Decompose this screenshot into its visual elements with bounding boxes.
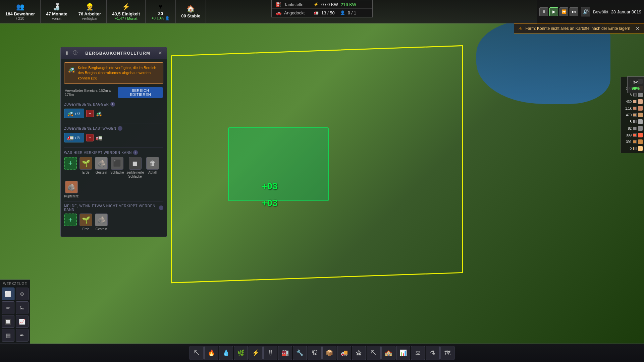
alert-info-icon[interactable]: i: [159, 205, 163, 210]
dump-items-grid-2: 🪨 Kupfererz: [64, 181, 163, 198]
add-dump-item-button[interactable]: +: [64, 157, 77, 170]
sound-button[interactable]: 🔊: [581, 7, 590, 16]
toolbar-road[interactable]: 🛣: [352, 346, 366, 360]
trucks-info-icon[interactable]: i: [118, 126, 122, 131]
toolbar-mine[interactable]: ⛏: [367, 346, 381, 360]
dump-item-gestein[interactable]: 🪨 Gestein: [95, 157, 108, 179]
truck-assign-button[interactable]: 🚛 / 5: [64, 133, 84, 142]
add-alert-item-button[interactable]: +: [64, 214, 77, 226]
mining-panel-body: 🚜 Keine Bergbaugebiete verfügbar, die im…: [61, 59, 167, 237]
angedockt-label: Angedockt: [284, 10, 311, 15]
excavators-info-icon[interactable]: i: [110, 102, 115, 107]
toolbar-school[interactable]: 🏫: [381, 346, 395, 360]
area-text: Verwalteter Bereich: 152m x 176m: [65, 88, 118, 97]
panel-info-button[interactable]: ⓘ: [72, 50, 78, 56]
tool-select-box[interactable]: ⬜: [2, 288, 14, 300]
toolbar-water[interactable]: 💧: [219, 346, 233, 360]
gestein-icon: 🪨: [95, 157, 108, 170]
toolbar-barrel[interactable]: 🛢: [263, 346, 277, 360]
toolbar-building[interactable]: 🏗: [308, 346, 322, 360]
truck-assignment-row: 🚛 / 5 − 🚛: [64, 133, 163, 142]
copper-ore-icon: [638, 106, 643, 111]
toolbar-plant[interactable]: 🌿: [234, 346, 248, 360]
notification-text: Farm: Konnte nicht alles an Kartoffel na…: [525, 26, 630, 31]
ultra-fast-button[interactable]: ⏭: [570, 7, 578, 16]
notification-close-button[interactable]: ✕: [636, 26, 640, 31]
tool-move[interactable]: ✥: [16, 288, 29, 300]
abfall-label: Abfall: [148, 171, 157, 175]
stone-icon: [638, 93, 643, 97]
panel-pause-button[interactable]: ⏸: [64, 50, 70, 56]
tool-layers[interactable]: ▤: [2, 329, 14, 342]
dump-item-schlacke[interactable]: ⬛ Schlacke: [110, 157, 124, 179]
toolbar-fire[interactable]: 🔥: [204, 346, 218, 360]
unity-change: +1,47 / Monat: [115, 16, 138, 20]
tool-stamp[interactable]: 🗂: [16, 301, 29, 314]
alert-section-label: MELDE, WENN ETWAS NICHT VERKIPPT WERDEN …: [64, 204, 163, 212]
months-sub: vorrat: [52, 16, 61, 20]
stability-change: +0,10% 👤: [151, 16, 170, 20]
dump-items-grid: + 🌱 Erde 🪨 Gestein ⬛ Schlacke ◼ zerklein…: [64, 157, 163, 179]
tool-select2[interactable]: 🔲: [2, 315, 14, 328]
dock-icon: 🚗: [276, 10, 281, 15]
excavator-minus-button[interactable]: −: [86, 110, 94, 117]
schlacke-icon: ⬛: [111, 157, 123, 170]
res-bar-planks: [633, 140, 637, 143]
res-bar-fire: [633, 133, 637, 137]
erde-icon: 🌱: [79, 157, 92, 170]
edit-area-button[interactable]: ✂ 99%: [627, 76, 644, 93]
toolbar-map[interactable]: 🗺: [440, 346, 454, 360]
play-button[interactable]: ▶: [549, 7, 558, 16]
res-row-sand: 430: [621, 99, 644, 105]
dump-info-icon[interactable]: i: [133, 150, 138, 155]
stable-icon: 🏠: [186, 5, 195, 13]
lightning-icon: ⚡: [314, 2, 319, 7]
power-cap: 216 KW: [341, 2, 356, 7]
res-count-copper: 470: [622, 113, 632, 117]
toolbar-balance[interactable]: ⚖: [411, 346, 425, 360]
toolbar-flask[interactable]: ⚗: [426, 346, 440, 360]
toolbar-wrench[interactable]: 🔧: [293, 346, 307, 360]
tool-pen[interactable]: ✏: [2, 301, 14, 314]
tankstelle-row: ⛽ Tankstelle ⚡ 0 / 0 KW 216 KW: [272, 0, 372, 9]
dump-item-kupfererz[interactable]: 🪨 Kupfererz: [64, 181, 78, 198]
planks-icon: [638, 139, 643, 144]
divider-1: [64, 123, 163, 123]
alert-item-erde[interactable]: 🌱 Erde: [79, 214, 92, 231]
alert-item-gestein[interactable]: 🪨 Gestein: [95, 214, 108, 231]
population-icon: 👥: [16, 3, 24, 11]
truck-assign-icon: 🚛: [67, 134, 74, 141]
res-bar-gear: [633, 120, 637, 123]
fast-forward-button[interactable]: ⏩: [559, 7, 568, 16]
notification-bar: ⚠ Farm: Konnte nicht alles an Kartoffel …: [514, 23, 644, 34]
alert-erde-label: Erde: [82, 227, 89, 231]
toolbar-storage[interactable]: 📦: [322, 346, 336, 360]
warning-text: Keine Bergbaugebiete verfügbar, die im B…: [78, 65, 160, 81]
toolbar-truck[interactable]: 🚚: [337, 346, 351, 360]
edit-area-btn[interactable]: BEREICH EDITIEREN: [118, 87, 163, 98]
dump-item-abfall[interactable]: 🗑 Abfall: [146, 157, 159, 179]
dump-item-zerk-schlacke[interactable]: ◼ zerkleinerte Schlacke: [127, 157, 144, 179]
workers-icon: 👷: [86, 3, 94, 11]
erde-label: Erde: [82, 171, 89, 175]
months-icon: 🍶: [52, 3, 61, 11]
hud-population: 👥 184 Bewohner / 210: [0, 0, 41, 23]
toolbar-select[interactable]: ⛏: [190, 346, 204, 360]
star-icon: [638, 146, 643, 151]
truck-minus-button[interactable]: −: [86, 134, 94, 141]
toolbar-factory[interactable]: 🏭: [278, 346, 292, 360]
toolbar-power[interactable]: ⚡: [249, 346, 263, 360]
panel-close-button[interactable]: ✕: [157, 50, 163, 56]
power-value: 0 / 0 KW: [321, 2, 338, 7]
dump-item-erde[interactable]: 🌱 Erde: [79, 157, 92, 179]
pause-button[interactable]: ⏸: [539, 7, 548, 16]
scissors-icon: ✂: [633, 79, 638, 86]
excavator-assign-button[interactable]: 🚜 / 0: [64, 109, 84, 118]
tool-edit-pen[interactable]: ✒: [16, 329, 29, 342]
res-bar-tools: [633, 127, 637, 130]
population-value: 184 Bewohner: [5, 11, 35, 16]
kupfererz-icon: 🪨: [65, 181, 78, 193]
toolbar-chart[interactable]: 📊: [396, 346, 410, 360]
mining-control-panel: ⏸ ⓘ BERGBAUKONTROLLTURM ✕ 🚜 Keine Bergba…: [60, 47, 167, 237]
tool-chart[interactable]: 📈: [16, 315, 29, 328]
